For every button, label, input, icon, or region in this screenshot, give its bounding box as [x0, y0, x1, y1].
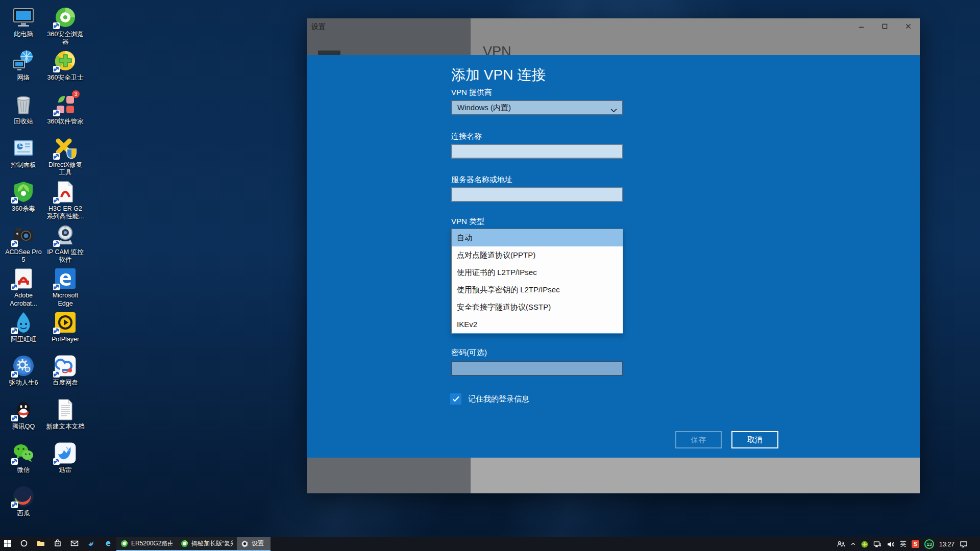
settings-sidebar-dimmed — [307, 18, 471, 55]
taskbar-window-2[interactable]: 揭秘加长版“复兴号”:... — [177, 537, 237, 551]
desktop-icon-watermelon[interactable]: 西瓜 — [2, 484, 45, 517]
desktop-icon-label: 回收站 — [2, 118, 45, 126]
search-button[interactable] — [15, 537, 32, 551]
desktop: 此电脑网络回收站控制面板360杀毒ACDSee Pro 5Adobe Acrob… — [0, 0, 980, 551]
desktop-icon-pdf-doc[interactable]: H3C ER G2 系列高性能... — [44, 180, 87, 221]
360-count-tray-icon[interactable]: 13 — [924, 539, 934, 549]
desktop-icon-label: 360软件管家 — [44, 118, 87, 126]
network-tray-icon[interactable] — [873, 541, 881, 548]
maximize-button[interactable] — [873, 18, 896, 34]
desktop-icon-antivirus-360[interactable]: 360杀毒 — [2, 180, 45, 213]
text-doc-icon — [53, 397, 78, 422]
shortcut-arrow-icon — [11, 502, 18, 508]
desktop-icon-label: 此电脑 — [2, 31, 45, 38]
connection-name-label: 连接名称 — [451, 132, 482, 141]
ime-tray-icon[interactable]: 英 — [900, 540, 906, 548]
action-center-icon[interactable] — [960, 541, 968, 548]
vpn-type-option[interactable]: 安全套接字隧道协议(SSTP) — [452, 298, 623, 316]
desktop-icon-label: 迅雷 — [44, 466, 87, 474]
hidden-icons-tray-icon[interactable] — [850, 541, 856, 547]
notification-badge: 3 — [72, 90, 80, 98]
desktop-icon-control-panel[interactable]: 控制面板 — [2, 136, 45, 169]
desktop-icon-baidu-pan[interactable]: 百度网盘 — [44, 354, 87, 387]
system-tray: 英S1313:27 — [837, 537, 980, 551]
vpn-type-option[interactable]: 自动 — [452, 229, 623, 246]
desktop-icon-label: 网络 — [2, 74, 45, 82]
desktop-icon-xunlei[interactable]: 迅雷 — [44, 441, 87, 474]
desktop-icon-label: PotPlayer — [44, 336, 87, 343]
window-controls — [849, 18, 920, 34]
desktop-icon-label: 百度网盘 — [44, 379, 87, 387]
vpn-type-option[interactable]: 使用预共享密钥的 L2TP/IPsec — [452, 281, 623, 298]
chevron-down-icon — [610, 106, 617, 110]
shortcut-arrow-icon — [53, 458, 60, 465]
cancel-button[interactable]: 取消 — [731, 431, 778, 448]
desktop-icon-label: 驱动人生6 — [2, 379, 45, 387]
add-vpn-dialog: 添加 VPN 连接 VPN 提供商 Windows (内置) 连接名称 服务器名… — [307, 55, 920, 458]
mail-icon — [70, 539, 79, 549]
mail-button[interactable] — [66, 537, 83, 551]
store-button[interactable] — [49, 537, 66, 551]
desktop-icon-directx[interactable]: DirectX修复 工具 — [44, 136, 87, 177]
sidebar-fragment — [318, 51, 340, 55]
taskbar-window-label: ER5200G2路由器VP... — [131, 539, 173, 548]
save-button[interactable]: 保存 — [675, 431, 722, 448]
server-address-input[interactable] — [451, 187, 623, 202]
window-title: 设置 — [311, 22, 326, 32]
network-icon — [11, 48, 36, 73]
desktop-icon-pdf-app[interactable]: Adobe Acrobat... — [2, 266, 45, 308]
desktop-icon-software-manager-360[interactable]: 3360软件管家 — [44, 92, 87, 126]
search-circle-icon — [20, 539, 28, 549]
shortcut-arrow-icon — [11, 371, 18, 378]
desktop-icon-wechat[interactable]: 微信 — [2, 441, 45, 474]
taskbar-window-1[interactable]: ER5200G2路由器VP... — [116, 537, 177, 551]
desktop-icon-aliwangwang[interactable]: 阿里旺旺 — [2, 310, 45, 343]
desktop-icon-ipcam[interactable]: IP CAM 监控 软件 — [44, 223, 87, 264]
shortcut-arrow-icon — [53, 240, 60, 247]
sogou-tray-icon[interactable]: S — [912, 540, 919, 548]
desktop-icon-edge[interactable]: Microsoft Edge — [44, 266, 87, 308]
shortcut-arrow-icon — [53, 153, 60, 160]
desktop-icon-text-doc[interactable]: 新建文本文档 — [44, 397, 87, 431]
edge-button[interactable] — [100, 537, 116, 551]
desktop-icon-browser-360[interactable]: 360安全浏览 器 — [44, 5, 87, 46]
desktop-icon-recycle-bin[interactable]: 回收站 — [2, 92, 45, 126]
desktop-icon-label: 西瓜 — [2, 510, 45, 517]
store-bag-icon — [54, 539, 62, 549]
volume-tray-icon[interactable] — [887, 541, 895, 548]
password-input[interactable] — [451, 361, 623, 376]
desktop-icon-potplayer[interactable]: PotPlayer — [44, 310, 87, 343]
shortcut-arrow-icon — [11, 328, 18, 334]
people-tray-icon[interactable] — [837, 541, 845, 547]
shortcut-arrow-icon — [11, 197, 18, 204]
start-button[interactable] — [0, 537, 15, 551]
control-panel-icon — [11, 136, 36, 160]
settings-bottom-sidebar — [307, 458, 471, 493]
vpn-provider-select[interactable]: Windows (内置) — [451, 100, 623, 115]
file-explorer-button[interactable] — [32, 537, 49, 551]
taskbar-clock[interactable]: 13:27 — [939, 541, 954, 548]
vpn-type-listbox: 自动点对点隧道协议(PPTP)使用证书的 L2TP/IPsec使用预共享密钥的 … — [451, 229, 623, 334]
shortcut-arrow-icon — [11, 415, 18, 421]
360-tray-tray-icon[interactable] — [861, 541, 868, 548]
vpn-type-option[interactable]: 点对点隧道协议(PPTP) — [452, 246, 623, 264]
desktop-icon-safeguard-360[interactable]: 360安全卫士 — [44, 48, 87, 82]
desktop-icon-acdsee[interactable]: ACDSee Pro 5 — [2, 223, 45, 264]
vpn-type-option[interactable]: IKEv2 — [452, 316, 623, 333]
desktop-icon-driver-genius[interactable]: 驱动人生6 — [2, 354, 45, 387]
connection-name-input[interactable] — [451, 144, 623, 159]
close-button[interactable] — [896, 18, 920, 34]
desktop-icon-this-pc[interactable]: 此电脑 — [2, 5, 45, 38]
desktop-icon-qq[interactable]: 腾讯QQ — [2, 397, 45, 431]
taskbar-window-3[interactable]: 设置 — [237, 537, 271, 551]
vpn-provider-label: VPN 提供商 — [451, 88, 492, 97]
desktop-icon-label: IP CAM 监控 软件 — [44, 248, 87, 264]
desktop-icon-label: 360安全浏览 器 — [44, 31, 87, 46]
minimize-button[interactable] — [849, 18, 873, 34]
settings-window: 设置 VPN 添加 VPN 连接 VPN 提供商 Windows (内置) 连接… — [307, 18, 920, 493]
xunlei-button[interactable] — [83, 537, 100, 551]
desktop-icon-label: 新建文本文档 — [44, 423, 87, 431]
desktop-icon-network[interactable]: 网络 — [2, 48, 45, 82]
remember-checkbox[interactable] — [450, 393, 461, 405]
vpn-type-option[interactable]: 使用证书的 L2TP/IPsec — [452, 264, 623, 281]
